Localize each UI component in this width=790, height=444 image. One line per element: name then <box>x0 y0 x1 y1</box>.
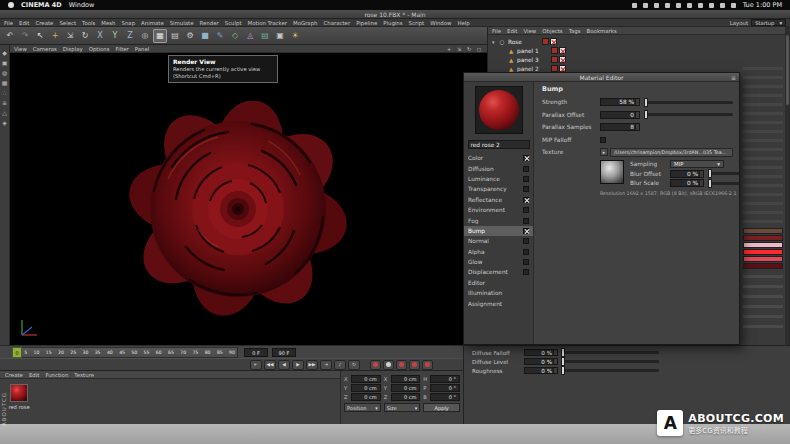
app-menu-item[interactable]: Sculpt <box>225 20 242 26</box>
app-menu-item[interactable]: Create <box>35 20 53 26</box>
parallax-samples-input[interactable]: 8 <box>600 123 640 131</box>
texture-expand-icon[interactable]: ▸ <box>600 148 608 156</box>
blur-offset-slider[interactable] <box>710 172 739 175</box>
add-generator-icon[interactable]: ◇ <box>228 29 242 43</box>
app-menu-item[interactable]: Character <box>324 20 351 26</box>
y-axis-lock-icon[interactable]: Y <box>108 29 122 43</box>
channel-checkbox[interactable] <box>523 238 529 244</box>
attribute-input[interactable]: 0 % <box>524 367 558 374</box>
channel-checkbox[interactable] <box>523 176 529 182</box>
record-scale-button[interactable] <box>409 360 420 370</box>
coordinate-input[interactable]: 0 cm <box>351 393 381 401</box>
channel-item[interactable]: Alpha <box>464 247 533 257</box>
viewport-menu-item[interactable]: Filter <box>115 46 128 52</box>
channel-checkbox[interactable] <box>523 155 529 161</box>
app-menu-item[interactable]: Help <box>457 20 469 26</box>
viewport-menu-item[interactable]: Options <box>89 46 110 52</box>
object-manager-menu-item[interactable]: Bookmarks <box>587 28 617 34</box>
time-machine-icon[interactable] <box>665 3 670 8</box>
viewport-menu-item[interactable]: Panel <box>135 46 150 52</box>
add-cube-icon[interactable]: ■ <box>198 29 212 43</box>
app-menu-item[interactable]: Plugins <box>383 20 402 26</box>
viewport-menu-item[interactable]: Display <box>63 46 83 52</box>
add-camera-icon[interactable]: ▣ <box>273 29 287 43</box>
coordinate-input[interactable]: 0 cm <box>351 375 381 383</box>
z-axis-lock-icon[interactable]: Z <box>123 29 137 43</box>
previous-key-button[interactable]: ◀◀ <box>264 360 276 370</box>
attribute-slider[interactable] <box>563 351 659 354</box>
material-editor-titlebar[interactable]: Material Editor ≡ <box>464 73 739 82</box>
channel-item[interactable]: Fog <box>464 215 533 225</box>
menubar-clock[interactable]: Tue 1:00 PM <box>743 1 782 9</box>
rotate-tool-icon[interactable]: ↻ <box>78 29 92 43</box>
add-spline-icon[interactable]: ✎ <box>213 29 227 43</box>
material-manager-menu-item[interactable]: Edit <box>29 372 39 378</box>
slider-knob[interactable] <box>561 348 565 357</box>
channel-item[interactable]: Environment <box>464 205 533 215</box>
blur-scale-input[interactable]: 0 % <box>670 179 704 187</box>
position-select[interactable]: Position ▾ <box>344 403 381 412</box>
scrollbar-thumb[interactable] <box>786 35 789 105</box>
next-frame-button[interactable]: ▶▶ <box>306 360 318 370</box>
app-menu-item[interactable]: MoGraph <box>293 20 317 26</box>
keyboard-icon[interactable] <box>632 3 637 8</box>
channel-item[interactable]: Editor <box>464 278 533 288</box>
channel-item[interactable]: Bump <box>464 226 533 236</box>
color-swatch[interactable] <box>743 242 783 248</box>
channel-item[interactable]: Glow <box>464 257 533 267</box>
channel-checkbox[interactable] <box>523 228 529 234</box>
record-rotation-button[interactable] <box>422 360 433 370</box>
battery-icon[interactable] <box>709 3 714 8</box>
make-editable-icon[interactable]: ◆ <box>1 48 9 56</box>
edges-mode-icon[interactable]: ≡ <box>1 98 9 106</box>
render-settings-icon[interactable]: ⚙ <box>183 29 197 43</box>
macos-app-name[interactable]: CINEMA 4D <box>21 1 62 9</box>
size-select[interactable]: Size ▾ <box>384 403 421 412</box>
app-menu-item[interactable]: Select <box>59 20 76 26</box>
app-menu-item[interactable]: Script <box>409 20 425 26</box>
texture-thumbnail[interactable] <box>600 160 624 184</box>
app-menu-item[interactable]: Tools <box>82 20 95 26</box>
material-manager-menu-item[interactable]: Function <box>45 372 68 378</box>
object-manager-menu-item[interactable]: View <box>523 28 536 34</box>
color-swatch[interactable] <box>743 263 783 269</box>
material-thumbnail[interactable] <box>10 384 28 402</box>
model-mode-icon[interactable]: ▣ <box>1 58 9 66</box>
live-selection-icon[interactable]: ↖ <box>33 29 47 43</box>
points-mode-icon[interactable]: ∴ <box>1 88 9 96</box>
move-tool-icon[interactable]: + <box>48 29 62 43</box>
coordinate-input[interactable]: 0 cm <box>391 375 421 383</box>
coordinate-input[interactable]: 0 ° <box>430 384 460 392</box>
record-keyframe-button[interactable] <box>370 360 381 370</box>
volume-icon[interactable] <box>698 3 703 8</box>
app-menu-item[interactable]: Pipeline <box>356 20 377 26</box>
app-menu-item[interactable]: File <box>4 20 13 26</box>
material-manager-menu-item[interactable]: Create <box>5 372 23 378</box>
wifi-icon[interactable] <box>687 3 692 8</box>
timeline-ruler[interactable]: 051015202530354045505560657075808590 <box>12 347 238 358</box>
apply-button[interactable]: Apply <box>423 403 460 412</box>
slider-knob[interactable] <box>644 98 648 107</box>
sampling-select[interactable]: MIP ▾ <box>670 160 724 168</box>
channel-checkbox[interactable] <box>523 186 529 192</box>
app-menu-item[interactable]: Snap <box>122 20 136 26</box>
enable-snap-icon[interactable]: ◈ <box>1 118 9 126</box>
redo-icon[interactable]: ↷ <box>18 29 32 43</box>
timeline-playhead[interactable]: 0 <box>12 347 22 358</box>
rotate-view-icon[interactable]: ↻ <box>465 45 473 52</box>
coordinate-input[interactable]: 0 cm <box>391 384 421 392</box>
attribute-input[interactable]: 0 % <box>524 358 558 365</box>
viewport-menu-item[interactable]: View <box>14 46 27 52</box>
channel-checkbox[interactable] <box>523 218 529 224</box>
autokey-button[interactable] <box>383 360 394 370</box>
add-deformer-icon[interactable]: ◬ <box>243 29 257 43</box>
color-swatch[interactable] <box>743 235 783 241</box>
undo-icon[interactable]: ↶ <box>3 29 17 43</box>
uvw-tag-icon[interactable] <box>559 47 566 54</box>
attribute-slider[interactable] <box>563 360 659 363</box>
uvw-tag-icon[interactable] <box>559 56 566 63</box>
texture-mode-icon[interactable]: ◍ <box>1 68 9 76</box>
object-manager-menu-item[interactable]: Objects <box>542 28 562 34</box>
channel-item[interactable]: Assignment <box>464 298 533 308</box>
render-picture-viewer-icon[interactable]: ▤ <box>168 29 182 43</box>
